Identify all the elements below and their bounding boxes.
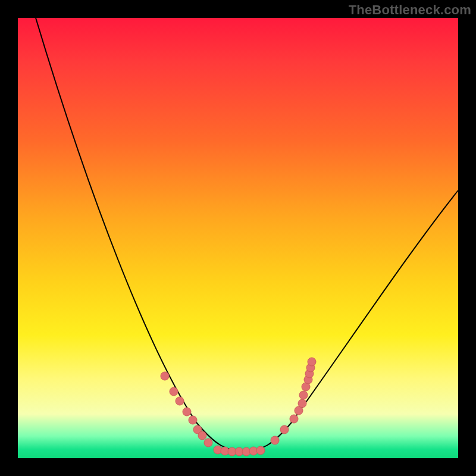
marker-point bbox=[204, 439, 212, 447]
marker-point bbox=[161, 372, 169, 380]
marker-point bbox=[308, 358, 316, 366]
marker-point bbox=[183, 408, 191, 416]
marker-point bbox=[170, 387, 178, 396]
marker-point bbox=[189, 416, 197, 424]
watermark-text: TheBottleneck.com bbox=[349, 2, 471, 18]
marker-point bbox=[299, 391, 308, 399]
marker-point bbox=[280, 425, 289, 434]
chart-plot-area bbox=[18, 18, 458, 458]
chart-svg bbox=[18, 18, 458, 458]
outer-frame: TheBottleneck.com bbox=[0, 0, 476, 476]
bottleneck-curve bbox=[36, 18, 458, 451]
marker-point bbox=[271, 436, 279, 444]
marker-point bbox=[290, 415, 298, 423]
chart-markers bbox=[161, 358, 316, 456]
marker-point bbox=[198, 431, 206, 440]
marker-point bbox=[176, 397, 184, 405]
marker-point bbox=[256, 446, 265, 455]
marker-point bbox=[298, 399, 306, 408]
